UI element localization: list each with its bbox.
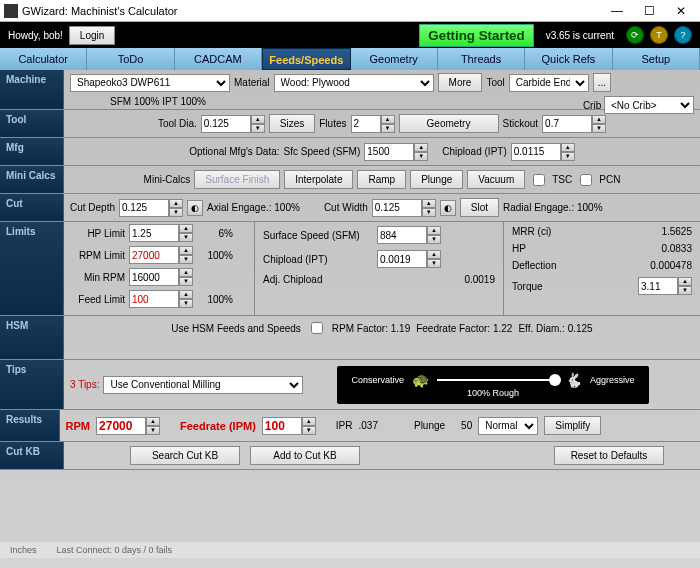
tips-count: 3 Tips:: [70, 379, 99, 390]
simplify-button[interactable]: Simplify: [544, 416, 601, 435]
flutes-label: Flutes: [319, 118, 346, 129]
sfc-speed-input[interactable]: [364, 143, 414, 161]
stickout-label: Stickout: [503, 118, 539, 129]
cut-depth-label: Cut Depth: [70, 202, 115, 213]
version-text: v3.65 is current: [546, 30, 614, 41]
tab-bar: Calculator ToDo CADCAM Feeds/Speeds Geom…: [0, 48, 700, 70]
plunge-mode-select[interactable]: Normal: [478, 417, 538, 435]
pcn-checkbox[interactable]: [580, 174, 592, 186]
min-rpm-input[interactable]: [129, 268, 179, 286]
greeting: Howdy, bob!: [8, 30, 63, 41]
surface-finish-button[interactable]: Surface Finish: [194, 170, 280, 189]
spin-up[interactable]: ▲: [251, 115, 265, 124]
tab-quickrefs[interactable]: Quick Refs: [525, 48, 612, 70]
tsc-checkbox[interactable]: [533, 174, 545, 186]
chipload-ipt-input[interactable]: [377, 250, 427, 268]
sizes-button[interactable]: Sizes: [269, 114, 315, 133]
getting-started-button[interactable]: Getting Started: [419, 24, 533, 47]
geometry-button[interactable]: Geometry: [399, 114, 499, 133]
radial-icon[interactable]: ◐: [440, 200, 456, 216]
sfc-speed-label: Sfc Speed (SFM): [284, 146, 361, 157]
tool-label: Tool: [486, 77, 504, 88]
material-select[interactable]: Wood: Plywood: [274, 74, 434, 92]
feed-limit-input[interactable]: [129, 290, 179, 308]
material-label: Material: [234, 77, 270, 88]
sidebar-limits: Limits: [0, 222, 64, 315]
app-icon: [4, 4, 18, 18]
stickout-input[interactable]: [542, 115, 592, 133]
search-cutkb-button[interactable]: Search Cut KB: [130, 446, 240, 465]
vacuum-button[interactable]: Vacuum: [467, 170, 525, 189]
sidebar-results: Results: [0, 410, 60, 441]
sidebar-machine: Machine: [0, 70, 64, 109]
tab-threads[interactable]: Threads: [438, 48, 525, 70]
cut-width-label: Cut Width: [324, 202, 368, 213]
tab-geometry[interactable]: Geometry: [351, 48, 438, 70]
cut-depth-input[interactable]: [119, 199, 169, 217]
status-icon[interactable]: ⟳: [626, 26, 644, 44]
sidebar-cutkb: Cut KB: [0, 442, 64, 469]
close-button[interactable]: ✕: [666, 2, 696, 20]
flutes-input[interactable]: [351, 115, 381, 133]
interpolate-button[interactable]: Interpolate: [284, 170, 353, 189]
rpm-result-input[interactable]: [96, 417, 146, 435]
plunge-button[interactable]: Plunge: [410, 170, 463, 189]
tab-todo[interactable]: ToDo: [87, 48, 174, 70]
radial-engage-label: Radial Engage.: 100%: [503, 202, 603, 213]
sidebar-hsm: HSM: [0, 316, 64, 359]
help-icon[interactable]: ?: [674, 26, 692, 44]
connect-label: Last Connect: 0 days / 0 fails: [57, 545, 173, 555]
window-title: GWizard: Machinist's Calculator: [22, 5, 178, 17]
tip-icon[interactable]: T: [650, 26, 668, 44]
more-button[interactable]: More: [438, 73, 483, 92]
chipload-label: Chipload (IPT): [442, 146, 506, 157]
maximize-button[interactable]: ☐: [634, 2, 664, 20]
tips-select[interactable]: Use Conventional Milling: [103, 376, 303, 394]
titlebar: GWizard: Machinist's Calculator — ☐ ✕: [0, 0, 700, 22]
hp-limit-input[interactable]: [129, 224, 179, 242]
sidebar-tool: Tool: [0, 110, 64, 137]
surface-speed-input[interactable]: [377, 226, 427, 244]
sidebar-tips: Tips: [0, 360, 64, 409]
cut-width-input[interactable]: [372, 199, 422, 217]
tab-cadcam[interactable]: CADCAM: [175, 48, 262, 70]
units-label: Inches: [10, 545, 37, 555]
sidebar-cut: Cut: [0, 194, 64, 221]
turtle-icon: 🐢: [412, 372, 429, 388]
tool-select[interactable]: Carbide Endmill: [509, 74, 589, 92]
tab-calculator[interactable]: Calculator: [0, 48, 87, 70]
axial-icon[interactable]: ◐: [187, 200, 203, 216]
add-cutkb-button[interactable]: Add to Cut KB: [250, 446, 360, 465]
sidebar-mfg: Mfg: [0, 138, 64, 165]
chipload-input[interactable]: [511, 143, 561, 161]
ramp-button[interactable]: Ramp: [357, 170, 406, 189]
sidebar-minicalcs: Mini Calcs: [0, 166, 64, 193]
opt-mfg-label: Optional Mfg's Data:: [189, 146, 279, 157]
tab-setup[interactable]: Setup: [613, 48, 700, 70]
hsm-checkbox[interactable]: [311, 322, 323, 334]
rpm-limit-input[interactable]: [129, 246, 179, 264]
tool-dia-input[interactable]: [201, 115, 251, 133]
header: Howdy, bob! Login Getting Started v3.65 …: [0, 22, 700, 48]
minicalcs-label: Mini-Calcs: [144, 174, 191, 185]
tool-dia-label: Tool Dia.: [158, 118, 197, 129]
minimize-button[interactable]: —: [602, 2, 632, 20]
login-button[interactable]: Login: [69, 26, 115, 45]
spin-down[interactable]: ▼: [251, 124, 265, 133]
slot-button[interactable]: Slot: [460, 198, 499, 217]
aggressiveness-slider[interactable]: Conservative 🐢 🐇 Aggressive 100% Rough: [337, 366, 648, 404]
feedrate-result-input[interactable]: [262, 417, 302, 435]
rabbit-icon: 🐇: [565, 372, 582, 388]
tool-dots-button[interactable]: ...: [593, 73, 611, 92]
axial-engage-label: Axial Engage.: 100%: [207, 202, 300, 213]
tab-feeds-speeds[interactable]: Feeds/Speeds: [262, 48, 350, 70]
machine-profile-select[interactable]: Shapeoko3 DWP611: [70, 74, 230, 92]
status-bar: Inches Last Connect: 0 days / 0 fails: [0, 542, 700, 558]
reset-defaults-button[interactable]: Reset to Defaults: [554, 446, 664, 465]
crib-label: Crib: [583, 100, 601, 111]
torque-input[interactable]: [638, 277, 678, 295]
